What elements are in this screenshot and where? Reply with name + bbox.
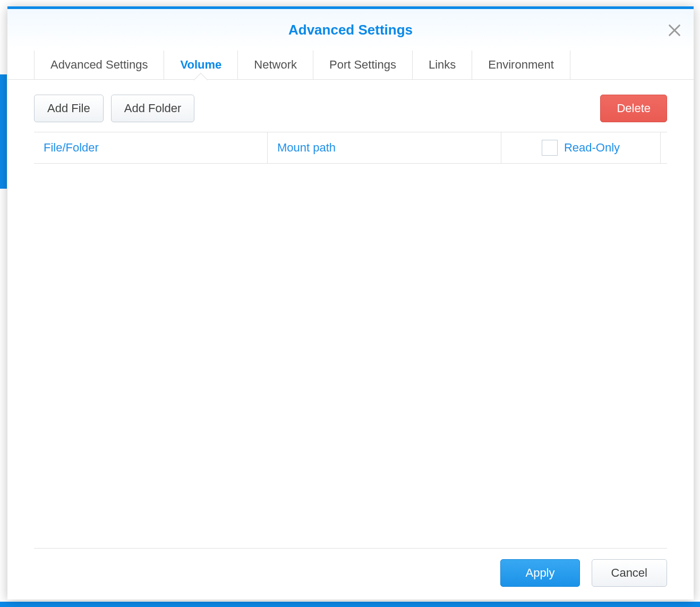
tab-content: Add File Add Folder Delete File/Folder M… (7, 80, 694, 548)
tab-links[interactable]: Links (413, 50, 472, 79)
tab-volume[interactable]: Volume (164, 50, 238, 79)
tab-port-settings[interactable]: Port Settings (313, 50, 413, 79)
modal-header: Advanced Settings (7, 9, 694, 50)
add-file-button[interactable]: Add File (34, 95, 104, 122)
tab-environment[interactable]: Environment (472, 50, 570, 79)
volume-table-body (34, 164, 667, 543)
advanced-settings-modal: Advanced Settings Advanced Settings Volu… (7, 6, 694, 600)
column-header-mount-path[interactable]: Mount path (268, 132, 501, 163)
volume-table-header: File/Folder Mount path Read-Only (34, 132, 667, 164)
read-only-label: Read-Only (564, 141, 620, 155)
add-folder-button[interactable]: Add Folder (111, 95, 195, 122)
tab-network[interactable]: Network (238, 50, 313, 79)
column-header-spacer (661, 132, 680, 163)
column-header-read-only[interactable]: Read-Only (501, 132, 661, 163)
close-button[interactable] (667, 23, 682, 38)
tab-advanced-settings[interactable]: Advanced Settings (34, 50, 164, 79)
apply-button[interactable]: Apply (500, 559, 579, 587)
tab-bar: Advanced Settings Volume Network Port Se… (7, 50, 694, 80)
background-accent-bottom (0, 602, 700, 607)
read-only-all-checkbox[interactable] (542, 140, 558, 156)
modal-footer: Apply Cancel (7, 549, 694, 600)
delete-button[interactable]: Delete (600, 95, 667, 122)
close-icon (667, 23, 682, 38)
toolbar: Add File Add Folder Delete (34, 95, 667, 122)
cancel-button[interactable]: Cancel (592, 559, 667, 587)
column-header-file-folder[interactable]: File/Folder (34, 132, 268, 163)
background-accent (0, 74, 7, 189)
modal-title: Advanced Settings (288, 22, 413, 38)
